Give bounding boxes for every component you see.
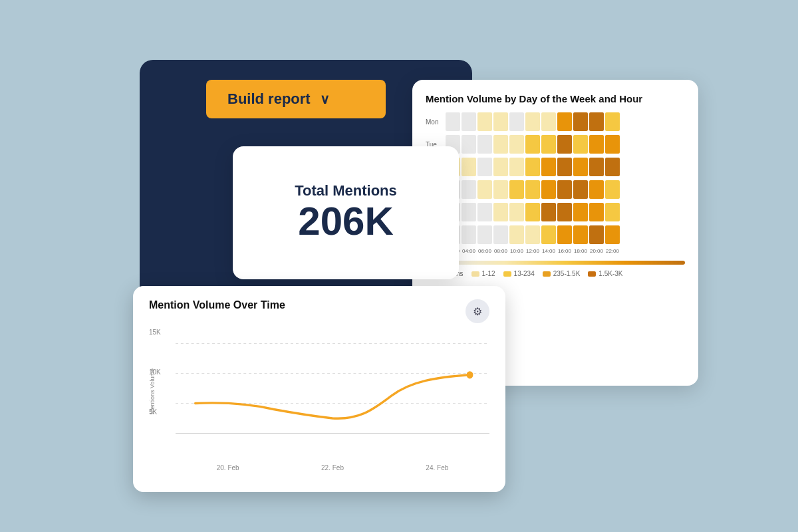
- heatmap-cell: [557, 180, 572, 199]
- y-axis-title: Mentions Volume: [149, 368, 156, 414]
- legend-swatch: [503, 271, 511, 277]
- y-label-15k: 15K: [149, 329, 170, 336]
- heatmap-cell: [493, 158, 508, 176]
- heatmap-cell: [509, 225, 524, 244]
- heatmap-hour-label: 18:00: [573, 248, 588, 254]
- heatmap-legend-bar: [444, 261, 685, 265]
- heatmap-cell: [605, 225, 620, 244]
- heatmap-cell: [493, 112, 508, 131]
- heatmap-cell: [557, 225, 572, 244]
- x-label-24feb: 24. Feb: [426, 464, 448, 471]
- chevron-down-icon: ∨: [320, 91, 330, 107]
- heatmap-cell: [557, 112, 572, 131]
- heatmap-title: Mention Volume by Day of the Week and Ho…: [426, 93, 685, 104]
- legend-label: 1.5K-3K: [598, 270, 622, 277]
- heatmap-cell: [509, 158, 524, 176]
- line-chart-svg: [176, 329, 489, 448]
- heatmap-hour-label: 16:00: [557, 248, 572, 254]
- heatmap-cell: [477, 158, 492, 176]
- legend-item: 13-234: [503, 270, 535, 277]
- heatmap-cell: [573, 112, 588, 131]
- heatmap-cell: [541, 112, 556, 131]
- heatmap-cell: [477, 180, 492, 199]
- legend-item: 235-1.5K: [543, 270, 581, 277]
- heatmap-cells: [446, 135, 685, 154]
- heatmap-cells: [446, 180, 685, 199]
- heatmap-cell: [462, 180, 476, 199]
- legend-label: 235-1.5K: [553, 270, 581, 277]
- heatmap-cell: [573, 135, 588, 154]
- heatmap-cell: [509, 112, 524, 131]
- heatmap-hour-label: 12:00: [525, 248, 540, 254]
- heatmap-cell: [509, 180, 524, 199]
- heatmap-container: MonTueWedThuFriSat02:0004:0006:0008:0010…: [426, 112, 685, 277]
- heatmap-cell: [541, 158, 556, 176]
- line-chart-card: Mention Volume Over Time ⚙ 15K 10K 5K Me…: [133, 286, 505, 492]
- heatmap-cell: [573, 158, 588, 176]
- heatmap-cell: [573, 203, 588, 221]
- legend-swatch: [543, 271, 551, 277]
- build-report-label: Build report: [227, 90, 311, 108]
- heatmap-cell: [605, 135, 620, 154]
- heatmap-legend: Mentions1-1213-234235-1.5K1.5K-3K: [426, 270, 685, 277]
- heatmap-hour-label: 04:00: [462, 248, 476, 254]
- heatmap-cell: [541, 203, 556, 221]
- heatmap-cell: [525, 180, 540, 199]
- heatmap-hour-label: 14:00: [541, 248, 556, 254]
- heatmap-cell: [605, 203, 620, 221]
- heatmap-cells: [446, 112, 685, 131]
- heatmap-row: Fri: [426, 203, 685, 221]
- build-report-button[interactable]: Build report ∨: [206, 80, 386, 118]
- heatmap-cell: [493, 135, 508, 154]
- heatmap-cell: [573, 180, 588, 199]
- heatmap-hour-label: 06:00: [477, 248, 492, 254]
- gear-icon: ⚙: [473, 305, 482, 318]
- heatmap-row: Wed: [426, 158, 685, 176]
- heatmap-cell: [477, 225, 492, 244]
- heatmap-day-label: Mon: [426, 112, 444, 131]
- x-axis-labels: 20. Feb 22. Feb 24. Feb: [149, 464, 489, 471]
- heatmap-cell: [541, 135, 556, 154]
- heatmap-cell: [589, 225, 604, 244]
- heatmap-row: Sat: [426, 225, 685, 244]
- x-label-20feb: 20. Feb: [217, 464, 239, 471]
- legend-label: 13-234: [514, 270, 535, 277]
- heatmap-cell: [477, 203, 492, 221]
- heatmap-cell: [462, 203, 476, 221]
- chart-plot: [176, 329, 489, 448]
- total-mentions-label: Total Mentions: [295, 182, 397, 200]
- heatmap-cell: [589, 112, 604, 131]
- heatmap-cell: [493, 225, 508, 244]
- total-mentions-card: Total Mentions 206K: [233, 146, 459, 279]
- legend-swatch: [471, 271, 479, 277]
- total-mentions-value: 206K: [298, 200, 393, 243]
- legend-item: 1.5K-3K: [588, 270, 622, 277]
- heatmap-cell: [462, 112, 476, 131]
- heatmap-cell: [462, 225, 476, 244]
- line-chart-header: Mention Volume Over Time ⚙: [149, 299, 489, 323]
- heatmap-cell: [525, 158, 540, 176]
- heatmap-cell: [525, 112, 540, 131]
- heatmap-cells: [446, 203, 685, 221]
- heatmap-cell: [605, 158, 620, 176]
- heatmap-cell: [589, 135, 604, 154]
- chart-area: 15K 10K 5K Mentions Volume: [149, 329, 489, 462]
- legend-item: 1-12: [471, 270, 495, 277]
- heatmap-cell: [605, 180, 620, 199]
- heatmap-cell: [493, 180, 508, 199]
- x-label-22feb: 22. Feb: [321, 464, 344, 471]
- svg-point-4: [467, 371, 473, 378]
- heatmap-cell: [509, 135, 524, 154]
- heatmap-cell: [557, 135, 572, 154]
- gear-button[interactable]: ⚙: [466, 299, 489, 323]
- heatmap-row: Tue: [426, 135, 685, 154]
- heatmap-cell: [541, 225, 556, 244]
- heatmap-cell: [446, 112, 460, 131]
- heatmap-cell: [589, 180, 604, 199]
- heatmap-cells: [446, 225, 685, 244]
- legend-swatch: [588, 271, 596, 277]
- heatmap-x-labels: 02:0004:0006:0008:0010:0012:0014:0016:00…: [426, 248, 685, 254]
- legend-label: 1-12: [482, 270, 495, 277]
- heatmap-cell: [557, 158, 572, 176]
- heatmap-cell: [477, 135, 492, 154]
